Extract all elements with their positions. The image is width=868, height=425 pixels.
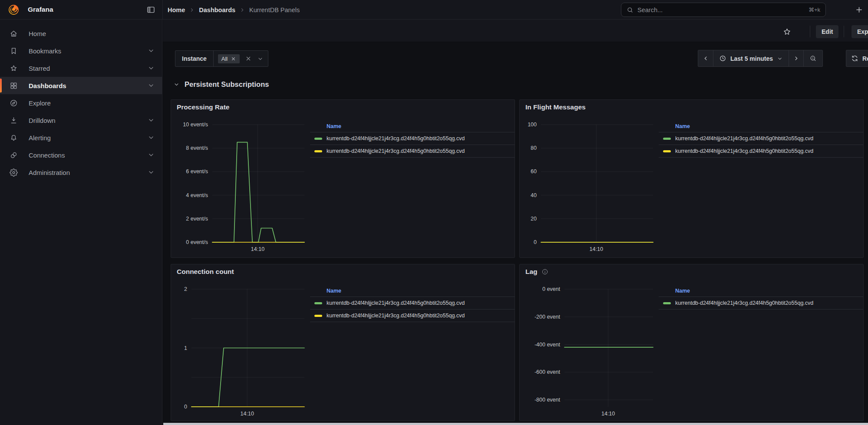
refresh-label: Refresh — [862, 55, 868, 62]
bell-icon — [10, 134, 18, 142]
new-plus-icon[interactable] — [855, 5, 864, 14]
panel-title[interactable]: Processing Rate — [177, 103, 229, 111]
dock-sidebar-icon[interactable] — [146, 5, 155, 14]
sidebar-item-connections[interactable]: Connections — [0, 146, 162, 164]
chevron-down-icon[interactable] — [148, 47, 155, 54]
chevron-down-icon[interactable] — [148, 152, 155, 158]
y-axis-label: 2 event/s — [171, 215, 208, 222]
chevron-down-icon — [777, 56, 783, 62]
variable-dropdown-chevron-icon[interactable] — [257, 56, 264, 62]
brand-name: Grafana — [28, 6, 53, 13]
sidebar-item-dashboards[interactable]: Dashboards — [0, 77, 162, 94]
info-circle-icon[interactable] — [541, 268, 548, 275]
gear-icon — [10, 168, 18, 177]
y-axis-label: -400 event — [520, 341, 560, 348]
sidebar-item-explore[interactable]: Explore — [0, 94, 162, 112]
y-axis-label: -200 event — [520, 313, 560, 320]
time-range-picker[interactable]: Last 5 minutes — [713, 50, 789, 66]
y-axis-label: 40 — [520, 192, 537, 199]
y-axis-label: 2 — [171, 286, 187, 293]
sidebar-item-bookmarks[interactable]: Bookmarks — [0, 42, 162, 59]
bookmark-icon — [10, 47, 18, 55]
series-name: kurrentdb-d24f4hljjcle21j4r3cg.d24f4h5g0… — [327, 148, 465, 154]
breadcrumb-item[interactable]: Dashboards — [199, 7, 235, 13]
variable-chip[interactable]: All — [218, 54, 240, 63]
time-range-controls: Last 5 minutes — [698, 50, 823, 67]
sidebar-item-label: Administration — [29, 169, 70, 176]
drilldown-icon — [10, 116, 18, 125]
sidebar-item-label: Alerting — [29, 134, 51, 142]
sidebar-item-alerting[interactable]: Alerting — [0, 129, 162, 146]
panel-processing-rate: Processing Rate10 event/s8 event/s6 even… — [171, 99, 515, 258]
time-shift-back-button[interactable] — [698, 50, 713, 66]
star-icon — [10, 64, 18, 72]
variable-label[interactable]: Instance — [175, 51, 214, 66]
export-button[interactable]: Export — [851, 25, 868, 38]
sidebar-item-starred[interactable]: Starred — [0, 59, 162, 77]
compass-icon — [10, 99, 18, 107]
chevron-down-icon[interactable] — [148, 82, 155, 89]
legend-header[interactable]: Name — [310, 285, 515, 297]
sidebar-item-home[interactable]: Home — [0, 25, 162, 42]
grafana-logo-icon[interactable] — [8, 4, 20, 16]
panel-legend: Namekurrentdb-d24f4hljjcle21j4r3cg.d24f4… — [659, 285, 863, 310]
chevron-down-icon[interactable] — [148, 117, 155, 124]
y-axis-label: 8 event/s — [171, 145, 208, 152]
sidebar-item-label: Dashboards — [29, 82, 66, 89]
row-persistent-subscriptions[interactable]: Persistent Subscriptions — [173, 80, 269, 89]
zoom-out-button[interactable] — [803, 50, 822, 66]
y-axis-label: 20 — [520, 215, 537, 222]
series-name: kurrentdb-d24f4hljjcle21j4r3cg.d24f4h5g0… — [675, 300, 813, 306]
panel-legend: Namekurrentdb-d24f4hljjcle21j4r3cg.d24f4… — [310, 120, 515, 158]
search-input[interactable] — [637, 7, 805, 13]
time-series-plot[interactable] — [212, 125, 304, 242]
toolbar-divider — [844, 26, 844, 37]
time-series-plot[interactable] — [191, 289, 304, 407]
time-range-label: Last 5 minutes — [730, 55, 773, 62]
clock-icon — [719, 55, 726, 62]
chevron-down-icon[interactable] — [148, 169, 155, 176]
legend-header[interactable]: Name — [659, 120, 863, 132]
sidebar-item-administration[interactable]: Administration — [0, 164, 162, 181]
legend-header[interactable]: Name — [659, 285, 863, 297]
search-box[interactable]: ⌘+k — [621, 3, 826, 17]
time-series-plot[interactable] — [541, 125, 653, 242]
legend-row[interactable]: kurrentdb-d24f4hljjcle21j4r3cg.d24f4h5g0… — [310, 310, 515, 322]
series-name: kurrentdb-d24f4hljjcle21j4r3cg.d24f4h5g0… — [327, 300, 465, 306]
legend-row[interactable]: kurrentdb-d24f4hljjcle21j4r3cg.d24f4h5g0… — [659, 132, 863, 145]
sidebar-item-label: Home — [29, 30, 46, 37]
series-name: kurrentdb-d24f4hljjcle21j4r3cg.d24f4h5g0… — [327, 135, 465, 142]
y-axis-label: -800 event — [520, 396, 560, 403]
favorite-star-button[interactable] — [780, 25, 793, 38]
legend-row[interactable]: kurrentdb-d24f4hljjcle21j4r3cg.d24f4h5g0… — [310, 145, 515, 158]
panel-title[interactable]: In Flight Messages — [525, 103, 586, 111]
chevron-down-icon[interactable] — [148, 134, 155, 141]
panel-title[interactable]: Connection count — [177, 268, 234, 276]
legend-header[interactable]: Name — [310, 120, 515, 132]
collapse-chevron-icon — [173, 81, 180, 88]
horizontal-scrollbar[interactable] — [163, 423, 868, 425]
edit-button[interactable]: Edit — [816, 25, 838, 38]
series-name: kurrentdb-d24f4hljjcle21j4r3cg.d24f4h5g0… — [675, 135, 813, 142]
zoom-out-icon — [809, 55, 817, 62]
clear-all-icon[interactable] — [245, 55, 252, 62]
refresh-button[interactable]: Refresh — [846, 50, 868, 67]
breadcrumb-item[interactable]: Home — [168, 7, 185, 13]
sidebar-item-drilldown[interactable]: Drilldown — [0, 112, 162, 129]
time-series-plot[interactable] — [564, 289, 653, 407]
x-axis-label: 14:10 — [593, 411, 624, 417]
panel-title[interactable]: Lag — [525, 268, 538, 276]
variable-value-area[interactable]: All — [214, 51, 268, 66]
toolbar-divider — [810, 26, 810, 37]
legend-row[interactable]: kurrentdb-d24f4hljjcle21j4r3cg.d24f4h5g0… — [659, 297, 863, 310]
series-color-marker — [314, 315, 322, 317]
sidebar-item-label: Starred — [29, 65, 50, 72]
chevron-down-icon[interactable] — [148, 65, 155, 72]
sidebar-item-label: Connections — [29, 152, 65, 159]
legend-row[interactable]: kurrentdb-d24f4hljjcle21j4r3cg.d24f4h5g0… — [310, 297, 515, 310]
legend-row[interactable]: kurrentdb-d24f4hljjcle21j4r3cg.d24f4h5g0… — [659, 145, 863, 158]
series-color-marker — [663, 150, 671, 152]
legend-row[interactable]: kurrentdb-d24f4hljjcle21j4r3cg.d24f4h5g0… — [310, 132, 515, 145]
time-shift-forward-button[interactable] — [789, 50, 803, 66]
variable-chip-value: All — [221, 56, 228, 62]
